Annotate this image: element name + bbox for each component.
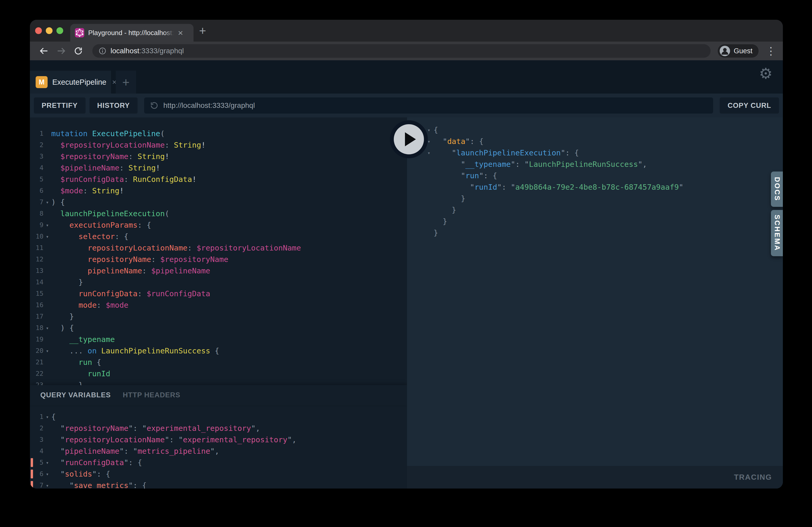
code-line: "__typename": "LaunchPipelineRunSuccess"…	[407, 159, 783, 170]
line-number: 3	[30, 434, 43, 446]
zoom-window-button[interactable]	[56, 27, 63, 34]
code-text: "solids": {	[51, 468, 110, 480]
line-number: 16	[30, 299, 43, 311]
play-icon	[405, 132, 416, 146]
code-text: repositoryLocationName: $repositoryLocat…	[51, 242, 301, 254]
code-text: mutation ExecutePipeline(	[51, 128, 165, 139]
playground-tab-title: ExecutePipeline	[52, 78, 106, 87]
line-number: 1	[30, 128, 43, 139]
code-line: 23 }	[30, 379, 407, 385]
lint-error-marker	[31, 481, 33, 488]
query-editor[interactable]: 1mutation ExecutePipeline(2 $repositoryL…	[30, 118, 407, 385]
query-variables-editor[interactable]: 1▾{2 "repositoryName": "experimental_rep…	[30, 405, 407, 488]
playground-toolbar: PRETTIFY HISTORY http://localhost:3333/g…	[30, 93, 783, 118]
fold-arrow-icon[interactable]: ▾	[43, 219, 51, 231]
tab-http-headers[interactable]: HTTP HEADERS	[123, 391, 180, 399]
close-window-button[interactable]	[35, 27, 42, 34]
code-line: 3 "repositoryLocationName": "experimenta…	[30, 434, 407, 446]
fold-arrow-icon[interactable]: ▾	[43, 457, 51, 468]
fold-arrow-icon[interactable]: ▾	[43, 480, 51, 488]
history-button[interactable]: HISTORY	[89, 97, 138, 114]
fold-gutter	[43, 151, 51, 162]
line-number: 23	[30, 379, 43, 385]
line-number: 2	[30, 139, 43, 151]
forward-button[interactable]	[54, 44, 68, 58]
code-line: 1▾{	[30, 411, 407, 423]
fold-gutter	[43, 446, 51, 457]
code-text: $pipelineName: String!	[51, 162, 160, 174]
browser-menu-kebab-icon[interactable]: ⋮	[766, 45, 776, 57]
address-url: localhost:3333/graphql	[111, 47, 184, 55]
fold-arrow-icon[interactable]: ▾	[43, 345, 51, 357]
code-line: 22 runId	[30, 368, 407, 379]
tracing-bar[interactable]: TRACING	[407, 466, 783, 488]
fold-gutter	[424, 227, 434, 239]
tab-close-icon[interactable]: ×	[178, 28, 183, 37]
replay-icon[interactable]	[150, 101, 159, 110]
code-text: }	[51, 276, 83, 288]
code-line: }	[407, 193, 783, 204]
code-text: {	[434, 124, 438, 136]
line-number: 18	[30, 322, 43, 334]
code-text: $runConfigData: RunConfigData!	[51, 174, 197, 185]
browser-toolbar: localhost:3333/graphql Guest ⋮	[30, 42, 783, 60]
fold-gutter	[43, 208, 51, 219]
tracing-label: TRACING	[734, 473, 772, 482]
traffic-lights	[35, 20, 63, 42]
line-number: 2	[30, 423, 43, 434]
code-text: "pipelineName": "metrics_pipeline",	[51, 446, 219, 457]
fold-arrow-icon[interactable]: ▾	[43, 411, 51, 423]
code-line: 14 }	[30, 276, 407, 288]
code-line: 15 runConfigData: $runConfigData	[30, 288, 407, 299]
code-text: }	[51, 311, 74, 322]
prettify-button[interactable]: PRETTIFY	[34, 97, 86, 114]
settings-gear-icon[interactable]: ⚙	[759, 66, 772, 81]
browser-tab[interactable]: Playground - http://localhost:3 ×	[70, 24, 193, 42]
fold-arrow-icon[interactable]: ▾	[43, 468, 51, 480]
page-info-icon[interactable]	[99, 47, 106, 55]
minimize-window-button[interactable]	[46, 27, 53, 34]
code-text: repositoryName: $repositoryName	[51, 254, 228, 265]
fold-arrow-icon[interactable]: ▾	[424, 147, 434, 159]
url-host: localhost	[111, 47, 140, 55]
code-line: 19 __typename	[30, 334, 407, 345]
code-text: }	[51, 379, 83, 385]
url-path: :3333/graphql	[140, 47, 184, 55]
line-number: 20	[30, 345, 43, 357]
profile-chip[interactable]: Guest	[717, 44, 759, 58]
docs-side-tab[interactable]: DOCS	[771, 171, 783, 207]
schema-side-tab[interactable]: SCHEMA	[771, 210, 783, 256]
code-text: "save_metrics": {	[51, 480, 147, 488]
code-text: ) {	[51, 322, 74, 334]
person-icon	[720, 46, 730, 56]
fold-gutter	[424, 216, 434, 227]
code-line: 4 $pipelineName: String!	[30, 162, 407, 174]
playground-header: M ExecutePipeline × + ⚙	[30, 60, 783, 93]
code-text: $repositoryName: String!	[51, 151, 169, 162]
line-number: 6	[30, 185, 43, 196]
fold-arrow-icon[interactable]: ▾	[43, 196, 51, 208]
tab-query-variables[interactable]: QUERY VARIABLES	[40, 391, 111, 399]
code-text: "runId": "a49b864a-79e2-4be8-b78c-687457…	[434, 181, 683, 193]
new-playground-tab-button[interactable]: +	[116, 71, 136, 93]
code-text: run {	[51, 357, 101, 368]
fold-arrow-icon[interactable]: ▾	[43, 322, 51, 334]
fold-arrow-icon[interactable]: ▾	[43, 231, 51, 242]
endpoint-url: http://localhost:3333/graphql	[163, 101, 255, 110]
code-line: 9▾ executionParams: {	[30, 219, 407, 231]
execute-query-button[interactable]	[390, 120, 428, 158]
new-tab-button[interactable]: +	[193, 20, 212, 42]
endpoint-input[interactable]: http://localhost:3333/graphql	[144, 97, 713, 114]
copy-curl-button[interactable]: COPY CURL	[720, 97, 779, 114]
address-bar[interactable]: localhost:3333/graphql	[92, 44, 711, 58]
code-line: }	[407, 204, 783, 216]
fold-gutter	[43, 265, 51, 276]
code-text: {	[51, 411, 56, 423]
code-text: mode: $mode	[51, 299, 129, 311]
code-text: "runConfigData": {	[51, 457, 142, 468]
back-button[interactable]	[37, 44, 51, 58]
variables-header: QUERY VARIABLES HTTP HEADERS	[30, 385, 407, 405]
code-text: runConfigData: $runConfigData	[51, 288, 210, 299]
reload-button[interactable]	[71, 44, 86, 58]
playground-tab-executepipeline[interactable]: M ExecutePipeline ×	[30, 71, 111, 93]
